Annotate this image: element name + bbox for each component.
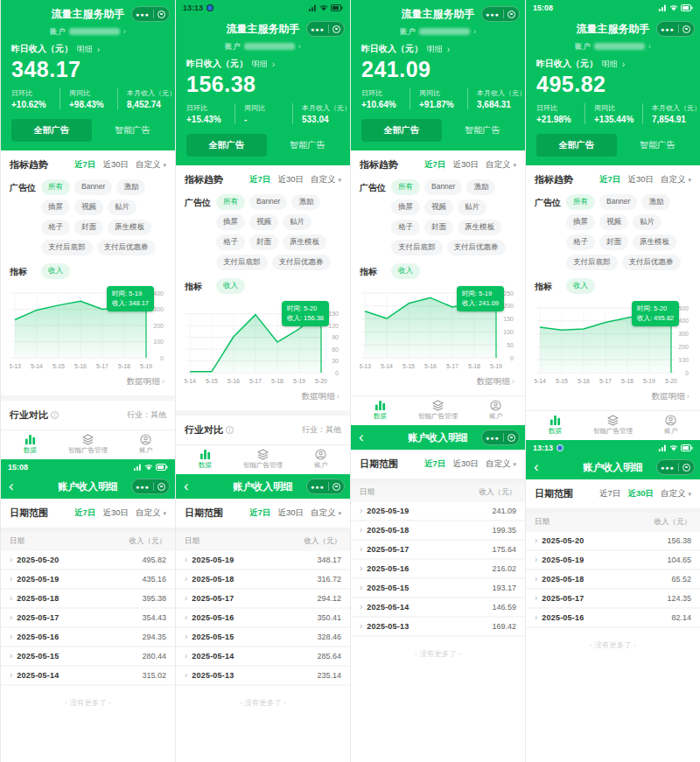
wechat-capsule[interactable]: ●●● bbox=[656, 459, 695, 475]
wechat-capsule[interactable]: ●●● bbox=[306, 21, 345, 37]
metric-income-pill[interactable]: 收入 bbox=[566, 278, 595, 294]
ad-slot-pill[interactable]: 视频 bbox=[599, 214, 628, 230]
ad-slot-pill[interactable]: 激励 bbox=[116, 179, 145, 195]
trend-chart[interactable]: 01002003004005005-145-155-165-175-185-19… bbox=[535, 301, 691, 387]
metric-income-pill[interactable]: 收入 bbox=[216, 278, 245, 294]
industry-compare-row[interactable]: 行业对比i 行业：其他 bbox=[1, 401, 175, 430]
ad-slot-pill[interactable]: Banner bbox=[599, 194, 637, 210]
all-ads-button[interactable]: 全部广告 bbox=[11, 119, 92, 142]
ad-slot-pill[interactable]: 视频 bbox=[74, 199, 103, 215]
account-selector[interactable]: 账户 › bbox=[351, 24, 525, 38]
back-icon[interactable]: ‹ bbox=[9, 477, 14, 496]
ad-slot-pill[interactable]: 插屏 bbox=[41, 199, 70, 215]
ad-slot-pill[interactable]: 封面 bbox=[249, 234, 278, 250]
data-detail-link[interactable]: 数据明细› bbox=[535, 387, 691, 409]
minimize-icon[interactable] bbox=[508, 434, 515, 442]
all-ads-button[interactable]: 全部广告 bbox=[536, 134, 617, 157]
ad-slot-pill[interactable]: Banner bbox=[74, 179, 112, 195]
ad-slot-pill[interactable]: 插屏 bbox=[216, 214, 245, 230]
ad-slot-pill[interactable]: 支付后优惠券 bbox=[622, 255, 681, 270]
ad-slot-pill[interactable]: 支付后优惠券 bbox=[272, 255, 331, 270]
income-row[interactable]: ›2025-05-16294.35 bbox=[1, 628, 175, 647]
details-range-7d[interactable]: 近7日 bbox=[599, 488, 620, 500]
details-range-30d[interactable]: 近30日 bbox=[627, 488, 654, 500]
ad-slot-pill[interactable]: 视频 bbox=[424, 199, 453, 215]
ad-slot-pill[interactable]: 贴片 bbox=[458, 199, 486, 215]
more-icon[interactable]: ●●● bbox=[311, 484, 325, 490]
industry-compare-row[interactable]: 行业对比i 行业：其他 bbox=[176, 416, 350, 444]
ad-slot-pill[interactable]: 原生模板 bbox=[108, 220, 151, 235]
back-icon[interactable]: ‹ bbox=[534, 458, 539, 477]
details-range-custom[interactable]: 自定义 bbox=[136, 507, 161, 519]
income-row[interactable]: ›2025-05-18316.72 bbox=[176, 570, 350, 590]
wechat-capsule[interactable]: ●●● bbox=[481, 6, 520, 22]
data-detail-link[interactable]: 数据明细› bbox=[10, 372, 166, 394]
data-detail-link[interactable]: 数据明细› bbox=[185, 387, 341, 409]
income-row[interactable]: ›2025-05-15193.17 bbox=[351, 579, 525, 598]
details-range-custom[interactable]: 自定义 bbox=[661, 488, 686, 500]
all-ads-button[interactable]: 全部广告 bbox=[186, 134, 267, 157]
ad-slot-pill[interactable]: 激励 bbox=[641, 194, 670, 210]
more-icon[interactable]: ●●● bbox=[486, 11, 500, 17]
ad-slot-pill[interactable]: 原生模板 bbox=[283, 234, 326, 250]
trend-chart[interactable]: 03060901201505-145-155-165-175-185-195-2… bbox=[185, 301, 341, 387]
income-row[interactable]: ›2025-05-13235.14 bbox=[176, 667, 350, 686]
tab-data[interactable]: 数据 bbox=[351, 400, 409, 421]
account-selector[interactable]: 账户 › bbox=[176, 39, 350, 53]
back-icon[interactable]: ‹ bbox=[359, 428, 364, 447]
wechat-capsule[interactable]: ●●● bbox=[131, 479, 170, 494]
ad-slot-pill[interactable]: 格子 bbox=[566, 234, 595, 250]
range-7d[interactable]: 近7日 bbox=[249, 174, 270, 185]
income-row[interactable]: ›2025-05-13169.42 bbox=[351, 618, 525, 637]
range-custom[interactable]: 自定义 bbox=[661, 174, 686, 185]
more-icon[interactable]: ●●● bbox=[136, 484, 150, 490]
range-7d[interactable]: 近7日 bbox=[599, 174, 620, 185]
minimize-icon[interactable] bbox=[682, 25, 690, 33]
ad-slot-pill[interactable]: 贴片 bbox=[633, 214, 662, 230]
income-row[interactable]: ›2025-05-18199.35 bbox=[351, 521, 525, 541]
tab-smart-ads-management[interactable]: 智能广告管理 bbox=[409, 400, 466, 421]
more-icon[interactable]: ●●● bbox=[136, 11, 150, 17]
ad-slot-pill[interactable]: 支付后底部 bbox=[391, 240, 443, 255]
ad-slot-pill[interactable]: 插屏 bbox=[391, 199, 420, 215]
income-row[interactable]: ›2025-05-20495.82 bbox=[1, 551, 175, 570]
range-7d[interactable]: 近7日 bbox=[74, 159, 95, 171]
income-row[interactable]: ›2025-05-19104.65 bbox=[526, 551, 700, 570]
ad-slot-pill[interactable]: 视频 bbox=[249, 214, 278, 230]
ad-slot-pill[interactable]: 格子 bbox=[216, 234, 245, 250]
income-row[interactable]: ›2025-05-15280.44 bbox=[1, 647, 175, 667]
range-30d[interactable]: 近30日 bbox=[627, 174, 654, 185]
details-range-30d[interactable]: 近30日 bbox=[452, 458, 479, 470]
range-30d[interactable]: 近30日 bbox=[102, 159, 129, 171]
smart-ads-button[interactable]: 智能广告 bbox=[451, 124, 514, 136]
ad-slot-pill[interactable]: 支付后底部 bbox=[41, 240, 93, 255]
ad-slot-pill[interactable]: 所有 bbox=[41, 179, 70, 195]
trend-chart[interactable]: 0501001502002505-135-145-155-165-175-185… bbox=[360, 286, 516, 372]
range-30d[interactable]: 近30日 bbox=[277, 174, 304, 185]
details-range-7d[interactable]: 近7日 bbox=[74, 507, 95, 519]
detail-link[interactable]: 明细 bbox=[602, 59, 618, 70]
ad-slot-pill[interactable]: 所有 bbox=[216, 194, 245, 210]
ad-slot-pill[interactable]: 封面 bbox=[599, 234, 628, 250]
income-row[interactable]: ›2025-05-14285.64 bbox=[176, 647, 350, 667]
range-custom[interactable]: 自定义 bbox=[136, 159, 161, 171]
range-custom[interactable]: 自定义 bbox=[486, 159, 511, 171]
income-row[interactable]: ›2025-05-20156.38 bbox=[526, 532, 700, 551]
income-row[interactable]: ›2025-05-16216.02 bbox=[351, 560, 525, 579]
metric-income-pill[interactable]: 收入 bbox=[391, 263, 420, 279]
detail-link[interactable]: 明细 bbox=[252, 59, 268, 70]
details-range-7d[interactable]: 近7日 bbox=[249, 507, 270, 519]
ad-slot-pill[interactable]: 支付后底部 bbox=[216, 255, 268, 270]
income-row[interactable]: ›2025-05-17124.35 bbox=[526, 590, 700, 609]
tab-account[interactable]: 账户 bbox=[642, 415, 700, 436]
ad-slot-pill[interactable]: 支付后底部 bbox=[566, 255, 618, 270]
ad-slot-pill[interactable]: 激励 bbox=[291, 194, 320, 210]
ad-slot-pill[interactable]: 封面 bbox=[424, 220, 453, 235]
wechat-capsule[interactable]: ●●● bbox=[131, 6, 170, 22]
minimize-icon[interactable] bbox=[682, 464, 690, 472]
smart-ads-button[interactable]: 智能广告 bbox=[626, 139, 690, 151]
tab-smart-ads-management[interactable]: 智能广告管理 bbox=[584, 415, 641, 436]
account-selector[interactable]: 账户 › bbox=[526, 39, 700, 53]
income-row[interactable]: ›2025-05-17175.64 bbox=[351, 541, 525, 560]
account-selector[interactable]: 账户 › bbox=[1, 24, 175, 38]
